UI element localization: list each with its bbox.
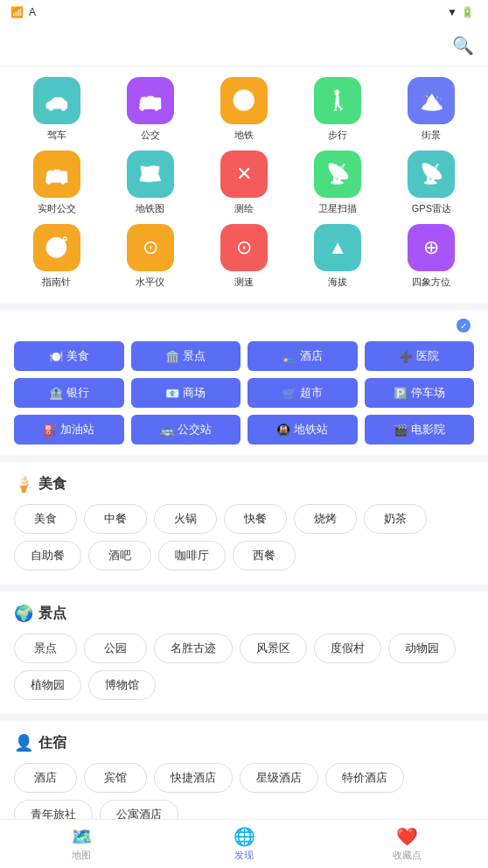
- metro-label: 地铁: [234, 129, 254, 142]
- tag-宾馆[interactable]: 宾馆: [84, 763, 147, 793]
- mall-label: 商场: [183, 385, 206, 401]
- cinema-label: 电影院: [411, 422, 445, 438]
- tag-grid-food: 美食中餐火锅快餐烧烤奶茶自助餐酒吧咖啡厅西餐: [14, 504, 474, 570]
- compass-icon: 🧭: [33, 224, 80, 271]
- tag-烧烤[interactable]: 烧烤: [294, 504, 357, 534]
- hotel-icon: 🛏️: [282, 350, 296, 363]
- compass-label: 指南针: [42, 276, 71, 289]
- speedtest-label: 测速: [234, 276, 254, 289]
- tag-快餐[interactable]: 快餐: [224, 504, 287, 534]
- tag-特价酒店[interactable]: 特价酒店: [325, 763, 404, 793]
- tag-美食[interactable]: 美食: [14, 504, 77, 534]
- nearby-btn-food[interactable]: 🍽️美食: [14, 341, 124, 371]
- nearby-btn-hospital[interactable]: ➕医院: [365, 341, 475, 371]
- tag-酒店[interactable]: 酒店: [14, 763, 77, 793]
- nearby-btn-hotel[interactable]: 🛏️酒店: [247, 341, 358, 371]
- tag-度假村[interactable]: 度假村: [314, 634, 381, 663]
- bank-label: 银行: [66, 385, 89, 401]
- nearby-btn-metrostation[interactable]: 🚇地铁站: [247, 415, 358, 444]
- icon-item-compass[interactable]: 🧭 指南针: [14, 224, 99, 289]
- tag-自助餐[interactable]: 自助餐: [14, 541, 81, 570]
- tag-酒吧[interactable]: 酒吧: [88, 541, 151, 570]
- nearby-btn-busstation[interactable]: 🚌公交站: [131, 415, 241, 444]
- scenic-title-text: 景点: [38, 605, 66, 623]
- nav-item-map[interactable]: 🗺️ 地图: [0, 821, 163, 867]
- food-title-icon: 🍦: [14, 474, 33, 494]
- scenic-title-icon: 🌍: [14, 604, 33, 623]
- walk-label: 步行: [328, 129, 347, 142]
- tag-景点[interactable]: 景点: [14, 634, 77, 663]
- altitude-label: 海拔: [328, 276, 347, 289]
- bus-icon: 🚌: [127, 77, 174, 124]
- icon-item-drive[interactable]: 🚗 驾车: [14, 77, 99, 142]
- icon-item-level[interactable]: ⊙ 水平仪: [108, 224, 192, 289]
- hospital-label: 医院: [416, 348, 439, 364]
- category-food: 🍦美食美食中餐火锅快餐烧烤奶茶自助餐酒吧咖啡厅西餐: [0, 462, 488, 584]
- drive-label: 驾车: [47, 129, 66, 142]
- nearby-btn-mall[interactable]: 📧商场: [131, 378, 241, 408]
- search-icon[interactable]: 🔍: [452, 35, 474, 56]
- icon-item-altitude[interactable]: ▲ 海拔: [296, 224, 380, 289]
- nearby-section: ✓ 🍽️美食🏛️景点🛏️酒店➕医院🏦银行📧商场🛒超市🅿️停车场⛽加油站🚌公交站🚇…: [0, 310, 488, 455]
- nav-item-discover[interactable]: 🌐 发现: [163, 821, 325, 867]
- category-title-food: 🍦美食: [14, 474, 474, 494]
- icon-item-realbus[interactable]: 🚌 实时公交: [14, 150, 99, 215]
- food-title-text: 美食: [38, 475, 66, 494]
- parking-icon: 🅿️: [394, 387, 408, 400]
- app-icon-2: A: [29, 6, 36, 18]
- mall-icon: 📧: [165, 387, 179, 400]
- tag-公园[interactable]: 公园: [84, 634, 147, 663]
- icon-item-quadrant[interactable]: ⊕ 四象方位: [389, 224, 474, 289]
- icon-item-speedtest[interactable]: ⊙ 测速: [201, 224, 286, 289]
- tag-中餐[interactable]: 中餐: [84, 504, 147, 534]
- nav-item-favorites[interactable]: ❤️ 收藏点: [325, 821, 488, 867]
- icon-grid: 🚗 驾车 🚌 公交 🚇 地铁 🚶 步行 🏔️ 街景 🚌 实时公交 🗺️ 地铁图: [14, 77, 474, 289]
- bus-label: 公交: [141, 129, 160, 142]
- stay-title-icon: 👤: [14, 733, 33, 752]
- gpsradar-icon: 📡: [408, 150, 455, 198]
- bank-icon: 🏦: [49, 387, 63, 400]
- satellite-label: 卫星扫描: [318, 202, 357, 215]
- nearby-btn-bank[interactable]: 🏦银行: [14, 378, 124, 408]
- tag-名胜古迹[interactable]: 名胜古迹: [154, 634, 233, 663]
- tag-星级酒店[interactable]: 星级酒店: [240, 763, 318, 793]
- quadrant-label: 四象方位: [412, 276, 450, 289]
- nearby-btn-gasstation[interactable]: ⛽加油站: [14, 415, 124, 444]
- tag-咖啡厅[interactable]: 咖啡厅: [158, 541, 226, 570]
- tag-植物园[interactable]: 植物园: [14, 670, 81, 700]
- tag-西餐[interactable]: 西餐: [233, 541, 296, 570]
- status-left: 📶 A: [10, 6, 36, 18]
- icon-item-walk[interactable]: 🚶 步行: [296, 77, 380, 142]
- gpsradar-label: GPS雷达: [412, 202, 451, 215]
- icon-item-gpsradar[interactable]: 📡 GPS雷达: [389, 150, 474, 215]
- icon-item-satellite[interactable]: 📡 卫星扫描: [296, 150, 380, 215]
- icon-grid-section: 🚗 驾车 🚌 公交 🚇 地铁 🚶 步行 🏔️ 街景 🚌 实时公交 🗺️ 地铁图: [0, 66, 488, 303]
- icon-item-street[interactable]: 🏔️ 街景: [389, 77, 474, 142]
- realbus-icon: 🚌: [33, 150, 80, 198]
- altitude-icon: ▲: [314, 224, 361, 271]
- nearby-btn-sight[interactable]: 🏛️景点: [131, 341, 241, 371]
- tag-奶茶[interactable]: 奶茶: [364, 504, 427, 534]
- tag-快捷酒店[interactable]: 快捷酒店: [154, 763, 233, 793]
- tag-风景区[interactable]: 风景区: [240, 634, 307, 663]
- walk-icon: 🚶: [314, 77, 361, 124]
- tag-动物园[interactable]: 动物园: [388, 634, 456, 663]
- tag-火锅[interactable]: 火锅: [154, 504, 217, 534]
- drive-icon: 🚗: [33, 77, 80, 124]
- icon-item-metromap[interactable]: 🗺️ 地铁图: [108, 150, 192, 215]
- nearby-btn-parking[interactable]: 🅿️停车场: [365, 378, 475, 408]
- level-icon: ⊙: [127, 224, 174, 271]
- icon-item-survey[interactable]: ✕ 测绘: [201, 150, 286, 215]
- nearby-btn-cinema[interactable]: 🎬电影院: [365, 415, 475, 444]
- favorites-nav-icon: ❤️: [396, 826, 418, 847]
- icon-item-bus[interactable]: 🚌 公交: [108, 77, 192, 142]
- street-label: 街景: [422, 129, 441, 142]
- quadrant-icon: ⊕: [408, 224, 455, 271]
- tag-博物馆[interactable]: 博物馆: [88, 670, 156, 700]
- parking-label: 停车场: [411, 385, 445, 401]
- metro-icon: 🚇: [220, 77, 268, 124]
- map-nav-label: 地图: [72, 849, 91, 862]
- nearby-btn-supermarket[interactable]: 🛒超市: [247, 378, 358, 408]
- icon-item-metro[interactable]: 🚇 地铁: [201, 77, 286, 142]
- survey-label: 测绘: [234, 202, 254, 215]
